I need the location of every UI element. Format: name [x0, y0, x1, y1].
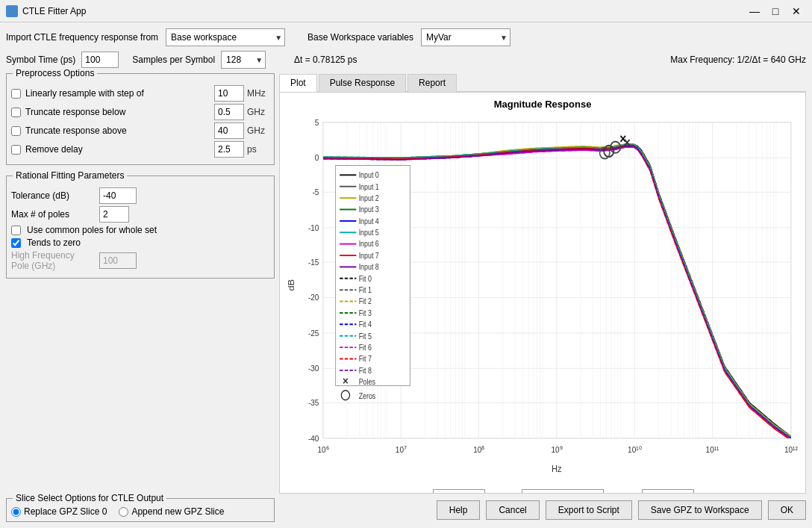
preprocess-content: Linearly resample with step of MHz Trunc…: [11, 78, 269, 158]
remove-delay-value[interactable]: [214, 141, 244, 158]
footer-buttons: Help Cancel Export to Script Save GPZ to…: [282, 500, 806, 520]
svg-text:Fit 0: Fit 0: [359, 274, 372, 283]
slice-content: Replace GPZ Slice 0 Append new GPZ Slice: [11, 503, 269, 517]
max-poles-row: Max # of poles: [11, 206, 269, 223]
footer-row: Slice Select Options for CTLE Output Rep…: [6, 498, 806, 522]
svg-text:-40: -40: [308, 433, 319, 443]
preprocess-group: Preprocess Options Linearly resample wit…: [6, 73, 275, 165]
common-poles-row: Use common poles for whole set: [11, 225, 269, 235]
truncate-below-unit: GHz: [247, 107, 269, 117]
svg-text:10¹¹: 10¹¹: [706, 444, 719, 454]
remove-delay-checkbox[interactable]: [11, 145, 21, 155]
high-freq-row: High Frequency Pole (GHz): [11, 250, 269, 271]
samples-dropdown-wrapper: 1286432256 ▼: [221, 51, 266, 69]
truncate-below-label: Truncate response below: [25, 107, 125, 117]
svg-text:-10: -10: [308, 223, 319, 232]
symbol-time-input[interactable]: [81, 52, 119, 68]
svg-text:Input 5: Input 5: [359, 228, 379, 237]
delta-t-info: Δt = 0.78125 ps: [294, 55, 357, 65]
base-workspace-label: Base Workspace variables: [307, 32, 413, 43]
linear-resample-checkbox[interactable]: [11, 89, 21, 99]
max-poles-input[interactable]: [99, 206, 129, 223]
svg-text:Input 2: Input 2: [359, 193, 379, 202]
second-row: Symbol Time (ps) Samples per Symbol 1286…: [6, 51, 806, 69]
var-dropdown[interactable]: MyVar: [421, 28, 510, 46]
tab-report[interactable]: Report: [407, 74, 457, 92]
linear-resample-row: Linearly resample with step of MHz: [11, 85, 269, 102]
svg-text:Fit 3: Fit 3: [359, 308, 372, 317]
x-axis-dropdown[interactable]: LogarithmicLinear: [522, 489, 604, 494]
remove-delay-label-area: Remove delay: [11, 144, 214, 155]
plot-container: 5 0 -5 -10 -15 -20 -25 -30 -35 -40 10⁶ 1…: [286, 113, 799, 486]
maximize-button[interactable]: □: [766, 3, 785, 19]
svg-text:0: 0: [315, 152, 319, 162]
svg-text:Input 3: Input 3: [359, 205, 379, 214]
symbol-time-label: Symbol Time (ps): [6, 55, 75, 65]
tends-to-zero-checkbox[interactable]: [11, 238, 21, 248]
title-bar-controls: — □ ✕: [745, 3, 806, 19]
var-dropdown-wrapper: MyVar ▼: [421, 28, 510, 46]
help-button[interactable]: Help: [437, 500, 481, 520]
tab-plot[interactable]: Plot: [279, 74, 317, 92]
svg-text:-15: -15: [308, 257, 319, 267]
tolerance-input[interactable]: [99, 187, 137, 204]
export-script-button[interactable]: Export to Script: [546, 500, 632, 520]
save-gpz-button[interactable]: Save GPZ to Workspace: [638, 500, 762, 520]
ok-button[interactable]: OK: [768, 500, 806, 520]
rational-fitting-content: Tolerance (dB) Max # of poles Use common…: [11, 181, 269, 271]
high-freq-input[interactable]: [99, 252, 137, 269]
max-poles-label: Max # of poles: [11, 209, 93, 220]
max-freq-info: Max Frequency: 1/2/Δt = 640 GHz: [670, 55, 806, 65]
plot-view-group: Plot View dBLinear ▼: [391, 489, 485, 494]
svg-text:10⁸: 10⁸: [473, 444, 485, 454]
workspace-dropdown[interactable]: Base workspace: [166, 28, 285, 46]
close-button[interactable]: ✕: [787, 3, 806, 19]
cancel-button[interactable]: Cancel: [486, 500, 539, 520]
title-bar: CTLE Fitter App — □ ✕: [0, 0, 812, 22]
tends-to-zero-row: Tends to zero: [11, 237, 269, 248]
x-axis-label: X Axis: [493, 493, 517, 494]
svg-text:-35: -35: [308, 398, 319, 408]
tab-pulse-response[interactable]: Pulse Response: [319, 74, 406, 92]
left-panel: Preprocess Options Linearly resample wit…: [6, 73, 275, 494]
remove-delay-label: Remove delay: [25, 144, 83, 155]
svg-text:5: 5: [315, 117, 319, 127]
svg-text:Fit 5: Fit 5: [359, 332, 372, 341]
remove-delay-row: Remove delay ps: [11, 141, 269, 158]
append-radio-label[interactable]: Append new GPZ Slice: [119, 506, 224, 517]
minimize-button[interactable]: —: [745, 3, 764, 19]
truncate-above-unit: GHz: [247, 125, 269, 136]
truncate-below-checkbox[interactable]: [11, 108, 21, 117]
svg-text:10⁶: 10⁶: [318, 444, 330, 454]
config-dropdown[interactable]: AllSelected: [642, 489, 694, 494]
truncate-above-checkbox[interactable]: [11, 126, 21, 136]
right-panel: Plot Pulse Response Report Magnitude Res…: [279, 73, 806, 494]
plot-view-dropdown[interactable]: dBLinear: [433, 489, 485, 494]
svg-text:Fit 7: Fit 7: [359, 355, 372, 364]
append-radio[interactable]: [119, 507, 128, 517]
config-dropdown-wrapper: AllSelected ▼: [642, 489, 694, 494]
magnitude-response-chart: 5 0 -5 -10 -15 -20 -25 -30 -35 -40 10⁶ 1…: [286, 113, 799, 486]
truncate-above-value[interactable]: [214, 122, 244, 139]
workspace-dropdown-wrapper: Base workspace ▼: [166, 28, 285, 46]
import-label: Import CTLE frequency response from: [6, 32, 158, 43]
svg-text:Input 7: Input 7: [359, 251, 379, 260]
replace-radio-text: Replace GPZ Slice 0: [24, 506, 107, 517]
replace-radio-label[interactable]: Replace GPZ Slice 0: [11, 506, 107, 517]
truncate-above-inputs: GHz: [214, 122, 269, 139]
samples-label: Samples per Symbol: [132, 55, 215, 65]
linear-resample-value[interactable]: [214, 85, 244, 102]
svg-text:Fit 6: Fit 6: [359, 343, 372, 352]
common-poles-label: Use common poles for whole set: [27, 225, 157, 235]
main-container: Import CTLE frequency response from Base…: [0, 22, 812, 528]
svg-text:Input 1: Input 1: [359, 182, 379, 191]
truncate-below-value[interactable]: [214, 104, 244, 120]
plot-area: Magnitude Response: [279, 92, 806, 494]
common-poles-checkbox[interactable]: [11, 226, 21, 235]
samples-dropdown[interactable]: 1286432256: [221, 51, 266, 69]
replace-radio[interactable]: [11, 507, 21, 517]
truncate-below-label-area: Truncate response below: [11, 107, 214, 117]
svg-text:Hz: Hz: [552, 463, 562, 474]
bottom-controls: Plot View dBLinear ▼ X Axis Logarith: [286, 486, 799, 494]
svg-text:Input 4: Input 4: [359, 217, 380, 226]
